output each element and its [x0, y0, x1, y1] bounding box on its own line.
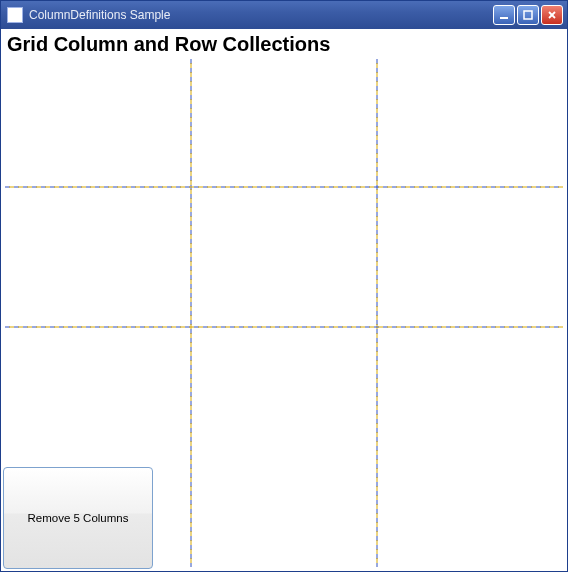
window-buttons — [493, 5, 563, 25]
titlebar[interactable]: ColumnDefinitions Sample — [1, 1, 567, 29]
minimize-button[interactable] — [493, 5, 515, 25]
svg-rect-0 — [500, 17, 508, 19]
maximize-icon — [523, 10, 533, 20]
client-area: Grid Column and Row Collections Remove 5… — [1, 29, 567, 571]
window: ColumnDefinitions Sample Grid Colum — [0, 0, 568, 572]
svg-rect-1 — [524, 11, 532, 19]
minimize-icon — [499, 10, 509, 20]
close-icon — [547, 10, 557, 20]
window-title: ColumnDefinitions Sample — [29, 8, 493, 22]
maximize-button[interactable] — [517, 5, 539, 25]
page-title: Grid Column and Row Collections — [5, 31, 563, 56]
remove-5-columns-button[interactable]: Remove 5 Columns — [3, 467, 153, 569]
remove-5-columns-label: Remove 5 Columns — [28, 512, 129, 524]
close-button[interactable] — [541, 5, 563, 25]
app-icon — [7, 7, 23, 23]
